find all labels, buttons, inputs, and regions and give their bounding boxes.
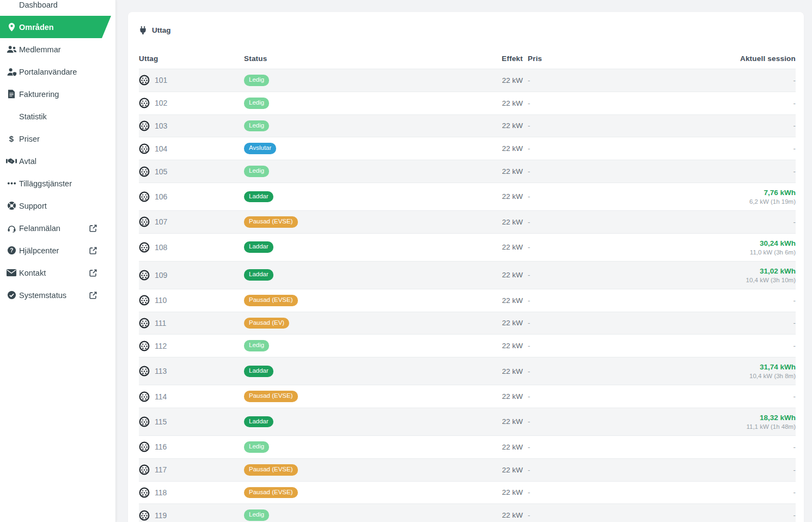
session-energy: 18,32 kWh	[550, 414, 796, 422]
pris-cell: -	[523, 92, 550, 114]
table-row[interactable]: 103Ledig22 kW--	[139, 114, 796, 137]
effekt-cell: 22 kW	[477, 312, 523, 335]
table-row[interactable]: 109Laddar22 kW-31,02 kWh10,4 kW (3h 10m)	[139, 261, 796, 289]
sidebar: DashboardOmrådenMedlemmarPortalanvändare…	[0, 0, 116, 522]
sidebar-item-hjalpcenter[interactable]: ?Hjälpcenter	[0, 239, 115, 262]
table-row[interactable]: 102Ledig22 kW--	[139, 92, 796, 114]
ev-socket-icon	[139, 488, 155, 496]
table-row[interactable]: 116Ledig22 kW--	[139, 435, 796, 458]
session-detail: 11,0 kW (3h 6m)	[550, 249, 796, 256]
table-row[interactable]: 111Pausad (EV)22 kW--	[139, 312, 796, 335]
session-empty: -	[793, 342, 796, 350]
table-row[interactable]: 118Pausad (EVSE)22 kW--	[139, 481, 796, 504]
ev-socket-icon	[139, 166, 155, 175]
status-cell: Laddar	[244, 233, 477, 261]
session-empty: -	[793, 466, 796, 474]
status-cell: Laddar	[244, 183, 477, 210]
ev-socket-icon	[139, 465, 155, 474]
outlet-id: 119	[155, 511, 167, 520]
session-empty: -	[793, 167, 796, 175]
session-cell: -	[550, 137, 796, 160]
sidebar-item-label: Fakturering	[19, 90, 59, 99]
outlet-cell: 110	[139, 289, 244, 312]
outlet-id: 102	[155, 99, 167, 107]
table-row[interactable]: 119Ledig22 kW--	[139, 504, 796, 522]
sidebar-item-dashboard[interactable]: Dashboard	[0, 0, 115, 16]
table-row[interactable]: 105Ledig22 kW--	[139, 160, 796, 183]
status-cell: Ledig	[244, 160, 477, 183]
outlet-cell: 111	[139, 312, 244, 335]
status-badge: Laddar	[244, 241, 273, 253]
sidebar-item-kontakt[interactable]: Kontakt	[0, 262, 115, 284]
ev-socket-icon	[139, 98, 155, 107]
sidebar-item-tillaggstjanster[interactable]: Tilläggstjänster	[0, 172, 115, 195]
status-badge: Pausad (EV)	[244, 318, 289, 329]
session-cell: 18,32 kWh11,1 kW (1h 48m)	[550, 408, 796, 435]
invoice-icon	[5, 89, 17, 99]
session-empty: -	[793, 144, 796, 153]
session-cell: -	[550, 69, 796, 92]
table-row[interactable]: 115Laddar22 kW-18,32 kWh11,1 kW (1h 48m)	[139, 408, 796, 435]
sidebar-item-label: Statistik	[19, 112, 47, 121]
ev-socket-icon	[139, 318, 155, 327]
status-cell: Laddar	[244, 357, 477, 385]
envelope-icon	[5, 269, 17, 276]
sidebar-item-label: Dashboard	[19, 1, 58, 9]
table-row[interactable]: 117Pausad (EVSE)22 kW--	[139, 458, 796, 481]
pris-cell: -	[523, 357, 550, 385]
app-root: DashboardOmrådenMedlemmarPortalanvändare…	[0, 0, 812, 522]
table-header-row: Uttag Status Effekt Pris Aktuell session	[139, 54, 796, 69]
table-row[interactable]: 112Ledig22 kW--	[139, 335, 796, 357]
sidebar-item-support[interactable]: Support	[0, 195, 115, 217]
ev-socket-icon	[139, 217, 155, 226]
table-row[interactable]: 114Pausad (EVSE)22 kW--	[139, 385, 796, 408]
outlet-cell: 114	[139, 385, 244, 408]
session-empty: -	[793, 76, 796, 84]
status-badge: Ledig	[244, 75, 269, 86]
handshake-icon	[5, 157, 17, 165]
session-detail: 6,2 kW (1h 19m)	[550, 198, 796, 205]
status-cell: Laddar	[244, 261, 477, 289]
outlet-cell: 107	[139, 210, 244, 233]
session-cell: -	[550, 210, 796, 233]
table-row[interactable]: 108Laddar22 kW-30,24 kWh11,0 kW (3h 6m)	[139, 233, 796, 261]
status-badge: Pausad (EVSE)	[244, 464, 298, 476]
session-cell: 30,24 kWh11,0 kW (3h 6m)	[550, 233, 796, 261]
session-energy: 31,02 kWh	[550, 267, 796, 275]
table-row[interactable]: 104Avslutar22 kW--	[139, 137, 796, 160]
svg-text:$: $	[9, 134, 14, 143]
sidebar-item-fakturering[interactable]: Fakturering	[0, 83, 115, 105]
session-empty: -	[793, 511, 796, 519]
pris-cell: -	[523, 408, 550, 435]
sidebar-item-statistik[interactable]: Statistik	[0, 105, 115, 128]
sidebar-item-priser[interactable]: $Priser	[0, 128, 115, 150]
sidebar-item-medlemmar[interactable]: Medlemmar	[0, 38, 115, 60]
sidebar-item-omraden[interactable]: Områden	[0, 16, 111, 38]
effekt-cell: 22 kW	[477, 261, 523, 289]
table-row[interactable]: 107Pausad (EVSE)22 kW--	[139, 210, 796, 233]
table-row[interactable]: 101Ledig22 kW--	[139, 69, 796, 92]
sidebar-item-systemstatus[interactable]: Systemstatus	[0, 284, 115, 306]
ev-socket-icon	[139, 143, 155, 152]
status-cell: Pausad (EVSE)	[244, 210, 477, 233]
session-cell: 31,02 kWh10,4 kW (3h 10m)	[550, 261, 796, 289]
ev-socket-icon	[139, 242, 155, 251]
session-empty: -	[793, 319, 796, 327]
status-cell: Ledig	[244, 92, 477, 114]
outlet-cell: 105	[139, 160, 244, 183]
session-detail: 10,4 kW (3h 10m)	[550, 277, 796, 283]
sidebar-item-portalanvandare[interactable]: Portalanvändare	[0, 60, 115, 83]
status-badge: Ledig	[244, 98, 269, 109]
page-title: Uttag	[152, 26, 171, 34]
status-badge: Laddar	[244, 191, 273, 203]
sidebar-item-felanmalan[interactable]: Felanmälan	[0, 217, 115, 239]
table-row[interactable]: 113Laddar22 kW-31,74 kWh10,4 kW (3h 8m)	[139, 357, 796, 385]
outlet-id: 106	[155, 192, 167, 201]
sidebar-item-avtal[interactable]: Avtal	[0, 150, 115, 172]
status-badge: Pausad (EVSE)	[244, 295, 298, 306]
effekt-cell: 22 kW	[477, 69, 523, 92]
table-row[interactable]: 110Pausad (EVSE)22 kW--	[139, 289, 796, 312]
table-row[interactable]: 106Laddar22 kW-7,76 kWh6,2 kW (1h 19m)	[139, 183, 796, 210]
pris-cell: -	[523, 385, 550, 408]
status-cell: Avslutar	[244, 137, 477, 160]
